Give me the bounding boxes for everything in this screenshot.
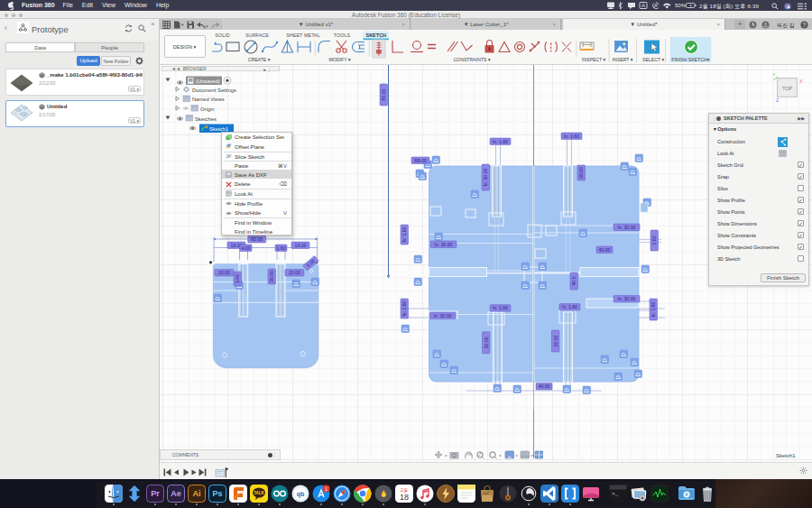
- svg-text:SELECT ▾: SELECT ▾: [642, 57, 665, 62]
- svg-text:A: A: [641, 3, 645, 8]
- svg-text:30.00: 30.00: [578, 167, 584, 179]
- svg-text:INSERT ▾: INSERT ▾: [613, 57, 633, 62]
- svg-text:Sketches: Sketches: [195, 116, 217, 122]
- svg-text:fx: 1.60: fx: 1.60: [651, 301, 656, 317]
- svg-text:30.00: 30.00: [484, 337, 489, 348]
- svg-text:MODIFY ▾: MODIFY ▾: [328, 57, 351, 62]
- svg-text:Origin: Origin: [200, 106, 214, 112]
- svg-text:TALK: TALK: [254, 491, 264, 495]
- svg-text:INSPECT ▾: INSPECT ▾: [582, 57, 606, 62]
- svg-text:1.60: 1.60: [276, 245, 285, 251]
- svg-text:fx: 1.60: fx: 1.60: [493, 305, 508, 310]
- svg-text:fx: 1.60: fx: 1.60: [493, 139, 508, 144]
- svg-text:20.00: 20.00: [218, 270, 230, 275]
- svg-text:fx: 1.60: fx: 1.60: [562, 304, 577, 309]
- svg-text:SOLID: SOLID: [215, 32, 230, 38]
- svg-text:fx: 30.00: fx: 30.00: [435, 242, 453, 247]
- svg-text:fx: 30.00: fx: 30.00: [434, 313, 452, 319]
- svg-text:?: ?: [803, 21, 807, 27]
- svg-text:Document Settings: Document Settings: [192, 88, 236, 93]
- svg-text:18: 18: [400, 493, 409, 502]
- svg-text:1.60: 1.60: [651, 236, 657, 245]
- svg-text:4.00: 4.00: [241, 245, 250, 251]
- svg-text:SHEET METAL: SHEET METAL: [286, 32, 320, 38]
- svg-text:50%: 50%: [675, 3, 687, 8]
- svg-text:fx: 30.00: fx: 30.00: [618, 296, 636, 301]
- svg-text:40.0: 40.0: [571, 276, 577, 285]
- svg-text:R8.00: R8.00: [414, 158, 427, 163]
- svg-text:30.00: 30.00: [553, 335, 558, 346]
- svg-text:20.00: 20.00: [289, 270, 300, 275]
- svg-text:1: 1: [325, 486, 328, 492]
- svg-text:60.00: 60.00: [381, 88, 386, 100]
- svg-text:3.00: 3.00: [235, 274, 240, 283]
- svg-text:qb: qb: [297, 491, 305, 498]
- svg-text:CONSTRAINTS ▾: CONSTRAINTS ▾: [453, 57, 491, 62]
- svg-text:fx: 1.60: fx: 1.60: [401, 300, 407, 316]
- svg-text:CREATE ▾: CREATE ▾: [248, 57, 271, 62]
- svg-text:TOOLS: TOOLS: [334, 32, 351, 38]
- svg-text:fx: 30.00: fx: 30.00: [618, 225, 636, 230]
- svg-text:40.00: 40.00: [539, 383, 550, 389]
- svg-text:40.00: 40.00: [599, 247, 611, 253]
- svg-text:30.00: 30.00: [269, 271, 274, 282]
- svg-text:fx: 1.60: fx: 1.60: [401, 226, 407, 242]
- svg-text:60.00: 60.00: [251, 236, 263, 242]
- svg-text:fx: 30.00: fx: 30.00: [483, 168, 488, 186]
- svg-text:19.20: 19.20: [295, 243, 307, 248]
- svg-text:Named Views: Named Views: [192, 97, 225, 102]
- svg-text:SKETCH: SKETCH: [365, 32, 386, 38]
- svg-text:>_: >_: [612, 491, 619, 497]
- svg-text:FINISH SKETCH▾: FINISH SKETCH▾: [671, 57, 709, 62]
- svg-text:(Unsaved): (Unsaved): [196, 79, 220, 84]
- svg-text:SURFACE: SURFACE: [245, 32, 269, 38]
- svg-text:fx: 1.60: fx: 1.60: [564, 134, 579, 139]
